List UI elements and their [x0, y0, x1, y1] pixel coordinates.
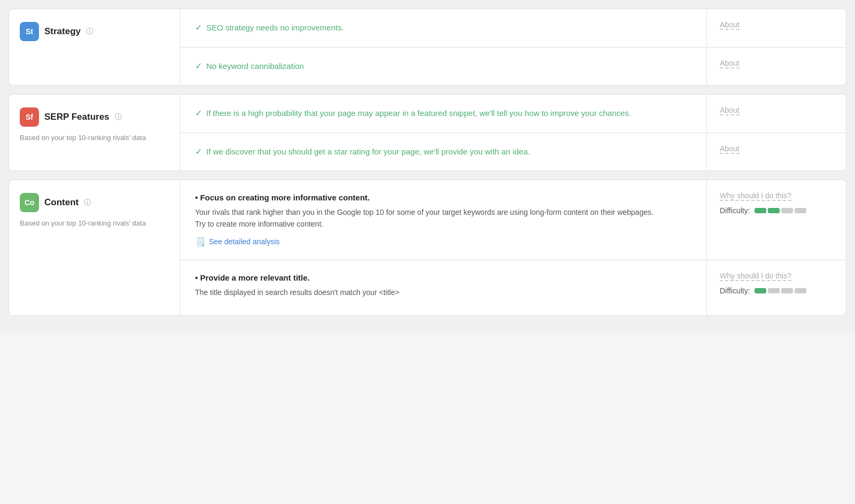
check-icon-3: ✓	[195, 108, 202, 118]
diff-seg-2	[768, 208, 780, 213]
serp-info-icon[interactable]: ⓘ	[115, 112, 122, 122]
difficulty-label-1: Difficulty:	[720, 206, 750, 215]
content-header: Co Content ⓘ	[20, 193, 169, 212]
serp-check1: ✓ If there is a high probability that yo…	[195, 107, 691, 120]
serp-row1-middle: ✓ If there is a high probability that yo…	[180, 95, 707, 133]
serp-subtitle: Based on your top 10-ranking rivals' dat…	[20, 133, 169, 143]
check-icon-1: ✓	[195, 22, 202, 33]
content-bullet2-title: Provide a more relevant title.	[195, 273, 691, 282]
analysis-doc-icon: 🗒️	[195, 237, 206, 247]
serp-header: Sf SERP Features ⓘ	[20, 107, 169, 127]
diff-seg-8	[795, 288, 806, 293]
strategy-check2: ✓ No keyword cannibalization	[195, 60, 691, 73]
why-link-2[interactable]: Why should I do this?	[720, 272, 791, 281]
difficulty-bar-2	[755, 288, 806, 293]
strategy-section: St Strategy ⓘ ✓ SEO strategy needs no im…	[9, 9, 846, 86]
serp-row2-middle: ✓ If we discover that you should get a s…	[180, 133, 707, 171]
strategy-header: St Strategy ⓘ	[20, 22, 169, 41]
difficulty-bar-1	[755, 208, 806, 213]
serp-check2: ✓ If we discover that you should get a s…	[195, 146, 691, 158]
content-badge: Co	[20, 193, 39, 212]
strategy-row2-middle: ✓ No keyword cannibalization	[180, 48, 707, 86]
serp-check1-text: If there is a high probability that your…	[206, 107, 631, 120]
strategy-badge: St	[20, 22, 39, 41]
diff-seg-5	[755, 288, 766, 293]
content-row1-middle: Focus on creating more informative conte…	[180, 180, 707, 260]
strategy-info-icon[interactable]: ⓘ	[86, 27, 93, 36]
why-link-1[interactable]: Why should I do this?	[720, 191, 791, 201]
content-row1-right: Why should I do this? Difficulty:	[707, 180, 846, 260]
strategy-about2-link[interactable]: About	[720, 59, 740, 68]
serp-check2-text: If we discover that you should get a sta…	[206, 146, 530, 158]
content-row2-middle: Provide a more relevant title. The title…	[180, 260, 707, 315]
diff-seg-1	[755, 208, 766, 213]
difficulty-label-2: Difficulty:	[720, 286, 750, 295]
serp-title: SERP Features	[44, 112, 110, 122]
diff-seg-4	[795, 208, 806, 213]
content-left: Co Content ⓘ Based on your top 10-rankin…	[9, 180, 180, 315]
strategy-left: St Strategy ⓘ	[9, 9, 180, 85]
strategy-row2-right: About	[707, 48, 846, 86]
difficulty-row-1: Difficulty:	[720, 206, 833, 215]
check-icon-2: ✓	[195, 61, 202, 71]
check-icon-4: ✓	[195, 146, 202, 157]
content-title: Content	[44, 197, 79, 208]
serp-section: Sf SERP Features ⓘ Based on your top 10-…	[9, 94, 846, 171]
serp-about1-link[interactable]: About	[720, 106, 740, 115]
strategy-title: Strategy	[44, 26, 81, 37]
content-subtitle: Based on your top 10-ranking rivals' dat…	[20, 219, 169, 228]
strategy-row1-middle: ✓ SEO strategy needs no improvements.	[180, 9, 707, 48]
content-bullet1-title: Focus on creating more informative conte…	[195, 193, 691, 202]
see-detailed-analysis-link[interactable]: 🗒️ See detailed analysis	[195, 237, 279, 247]
content-section: Co Content ⓘ Based on your top 10-rankin…	[9, 180, 846, 316]
diff-seg-7	[781, 288, 793, 293]
serp-badge: Sf	[20, 107, 39, 127]
diff-seg-6	[768, 288, 780, 293]
strategy-about1-link[interactable]: About	[720, 20, 740, 30]
content-body1: Your rivals that rank higher than you in…	[195, 206, 691, 230]
content-body2: The title displayed in search results do…	[195, 286, 691, 298]
serp-about2-link[interactable]: About	[720, 144, 740, 154]
strategy-check2-text: No keyword cannibalization	[206, 60, 304, 73]
serp-left: Sf SERP Features ⓘ Based on your top 10-…	[9, 95, 180, 170]
difficulty-row-2: Difficulty:	[720, 286, 833, 295]
strategy-check1: ✓ SEO strategy needs no improvements.	[195, 22, 691, 34]
serp-row2-right: About	[707, 133, 846, 171]
strategy-row1-right: About	[707, 9, 846, 48]
strategy-check1-text: SEO strategy needs no improvements.	[206, 22, 344, 34]
analysis-link-text: See detailed analysis	[209, 237, 279, 246]
page-wrapper: St Strategy ⓘ ✓ SEO strategy needs no im…	[0, 0, 855, 333]
diff-seg-3	[781, 208, 793, 213]
content-info-icon[interactable]: ⓘ	[84, 198, 91, 207]
serp-row1-right: About	[707, 95, 846, 133]
content-row2-right: Why should I do this? Difficulty:	[707, 260, 846, 315]
